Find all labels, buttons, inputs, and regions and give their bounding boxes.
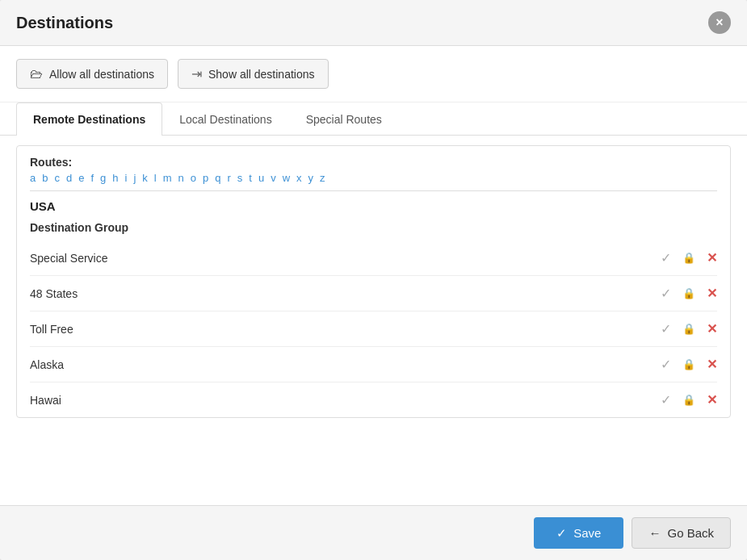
destinations-table: Routes: a b c d e f g h i j k l m n o p … <box>16 145 731 418</box>
footer: ✓ Save ← Go Back <box>0 505 747 560</box>
check-icon[interactable]: ✓ <box>661 286 671 301</box>
alpha-link-j[interactable]: j <box>133 172 136 184</box>
delete-icon[interactable]: ✕ <box>707 286 717 301</box>
row-actions: ✓🔒✕ <box>661 392 717 407</box>
alpha-link-m[interactable]: m <box>163 172 172 184</box>
go-back-button[interactable]: ← Go Back <box>632 517 731 549</box>
content-area: Routes: a b c d e f g h i j k l m n o p … <box>0 136 747 505</box>
alpha-link-q[interactable]: q <box>215 172 220 184</box>
tab-local-destinations[interactable]: Local Destinations <box>162 102 288 136</box>
lock-icon[interactable]: 🔒 <box>682 323 695 335</box>
lock-icon[interactable]: 🔒 <box>682 394 695 406</box>
destination-row: Alaska✓🔒✕ <box>30 347 717 382</box>
destination-name: Hawai <box>30 394 61 407</box>
show-all-destinations-button[interactable]: ⇥ Show all destinations <box>178 59 329 89</box>
tabs: Remote Destinations Local Destinations S… <box>16 102 731 135</box>
check-icon[interactable]: ✓ <box>661 250 671 265</box>
tab-special-routes[interactable]: Special Routes <box>289 102 399 136</box>
routes-label: Routes: <box>30 156 717 169</box>
goback-label: Go Back <box>667 526 714 540</box>
destination-row: Toll Free✓🔒✕ <box>30 311 717 347</box>
alpha-link-h[interactable]: h <box>112 172 118 184</box>
destination-rows: Special Service✓🔒✕48 States✓🔒✕Toll Free✓… <box>30 240 717 417</box>
check-icon[interactable]: ✓ <box>661 357 671 372</box>
delete-icon[interactable]: ✕ <box>707 321 717 336</box>
allow-all-label: Allow all destinations <box>49 68 154 81</box>
alpha-link-e[interactable]: e <box>78 172 84 184</box>
save-check-icon: ✓ <box>556 526 567 541</box>
destination-name: Alaska <box>30 358 64 371</box>
destination-row: Hawai✓🔒✕ <box>30 382 717 417</box>
routes-alphabet: a b c d e f g h i j k l m n o p q r s t … <box>30 172 717 184</box>
close-button[interactable]: × <box>708 11 731 34</box>
save-label: Save <box>573 526 601 540</box>
show-icon: ⇥ <box>191 66 202 81</box>
lock-icon[interactable]: 🔒 <box>682 252 695 264</box>
alpha-link-v[interactable]: v <box>271 172 276 184</box>
destination-name: Toll Free <box>30 323 73 336</box>
check-icon[interactable]: ✓ <box>661 392 671 407</box>
delete-icon[interactable]: ✕ <box>707 357 717 372</box>
lock-icon[interactable]: 🔒 <box>682 358 695 370</box>
tabs-area: Remote Destinations Local Destinations S… <box>0 102 747 136</box>
country-header: USA <box>30 191 717 216</box>
alpha-link-y[interactable]: y <box>308 172 314 184</box>
row-actions: ✓🔒✕ <box>661 357 717 372</box>
alpha-link-z[interactable]: z <box>320 172 325 184</box>
allow-all-destinations-button[interactable]: 🗁 Allow all destinations <box>16 59 168 89</box>
table-inner: Routes: a b c d e f g h i j k l m n o p … <box>17 146 730 417</box>
destination-name: Special Service <box>30 252 108 265</box>
save-button[interactable]: ✓ Save <box>534 517 623 549</box>
alpha-link-f[interactable]: f <box>90 172 94 184</box>
alpha-link-r[interactable]: r <box>227 172 230 184</box>
delete-icon[interactable]: ✕ <box>707 250 717 265</box>
toolbar: 🗁 Allow all destinations ⇥ Show all dest… <box>0 46 747 102</box>
destination-group-header: Destination Group <box>30 216 717 240</box>
alpha-link-c[interactable]: c <box>54 172 60 184</box>
alpha-link-u[interactable]: u <box>258 172 264 184</box>
modal-header: Destinations × <box>0 0 747 46</box>
alpha-link-b[interactable]: b <box>42 172 48 184</box>
routes-bar: Routes: a b c d e f g h i j k l m n o p … <box>30 146 717 191</box>
lock-icon[interactable]: 🔒 <box>682 287 695 299</box>
alpha-link-a[interactable]: a <box>30 172 36 184</box>
goback-arrow-icon: ← <box>648 526 661 540</box>
tab-remote-destinations[interactable]: Remote Destinations <box>16 102 162 136</box>
row-actions: ✓🔒✕ <box>661 250 717 265</box>
check-icon[interactable]: ✓ <box>661 321 671 336</box>
delete-icon[interactable]: ✕ <box>707 392 717 407</box>
alpha-link-t[interactable]: t <box>249 172 252 184</box>
modal-title: Destinations <box>16 14 113 32</box>
alpha-link-s[interactable]: s <box>237 172 243 184</box>
alpha-link-k[interactable]: k <box>142 172 148 184</box>
show-all-label: Show all destinations <box>208 68 315 81</box>
alpha-link-l[interactable]: l <box>154 172 157 184</box>
alpha-link-w[interactable]: w <box>283 172 290 184</box>
row-actions: ✓🔒✕ <box>661 321 717 336</box>
folder-icon: 🗁 <box>30 67 43 81</box>
alpha-link-p[interactable]: p <box>203 172 208 184</box>
alpha-link-g[interactable]: g <box>100 172 106 184</box>
row-actions: ✓🔒✕ <box>661 286 717 301</box>
destination-name: 48 States <box>30 287 78 300</box>
destination-row: Special Service✓🔒✕ <box>30 240 717 276</box>
alpha-link-n[interactable]: n <box>178 172 184 184</box>
destination-row: 48 States✓🔒✕ <box>30 276 717 311</box>
alpha-link-o[interactable]: o <box>191 172 196 184</box>
close-icon: × <box>716 15 723 30</box>
alpha-link-d[interactable]: d <box>66 172 72 184</box>
alpha-link-i[interactable]: i <box>125 172 128 184</box>
modal: Destinations × 🗁 Allow all destinations … <box>0 0 747 560</box>
alpha-link-x[interactable]: x <box>296 172 302 184</box>
